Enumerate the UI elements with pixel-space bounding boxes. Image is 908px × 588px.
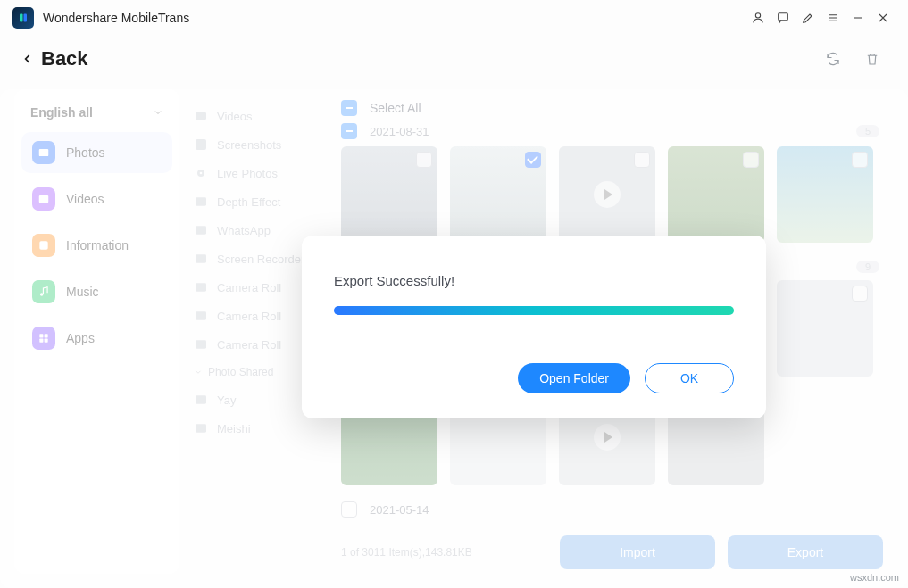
sidebar-item-label: Information: [66, 238, 129, 253]
svg-rect-17: [196, 226, 206, 234]
photo-thumbnail[interactable]: [777, 280, 873, 377]
sidebar-item-apps[interactable]: Apps: [21, 318, 172, 359]
section-date: 2021-05-14: [370, 503, 429, 517]
photo-thumbnail[interactable]: [450, 146, 546, 243]
svg-point-2: [755, 13, 760, 18]
open-folder-button[interactable]: Open Folder: [518, 363, 630, 393]
svg-rect-8: [39, 334, 43, 337]
sidebar-item-label: Videos: [66, 192, 104, 206]
svg-rect-20: [196, 311, 206, 319]
svg-rect-10: [39, 339, 43, 343]
close-icon[interactable]: [871, 5, 896, 30]
footer-bar: 1 of 3011 Item(s),143.81KB Import Export: [336, 531, 883, 574]
import-button[interactable]: Import: [560, 535, 715, 569]
sidebar-item-label: Music: [66, 285, 99, 299]
play-icon: [594, 181, 621, 208]
thumb-checkbox[interactable]: [852, 152, 868, 168]
export-success-dialog: Export Successfully! Open Folder OK: [302, 236, 766, 418]
section-checkbox[interactable]: [341, 501, 357, 518]
information-icon: [32, 234, 55, 257]
select-all-checkbox[interactable]: [341, 100, 357, 116]
sidebar-item-videos[interactable]: Videos: [21, 178, 172, 219]
photo-thumbnail[interactable]: [341, 146, 437, 243]
thumb-checkbox[interactable]: [743, 152, 759, 168]
chevron-down-icon: [153, 107, 163, 118]
select-all-label: Select All: [370, 101, 421, 115]
svg-rect-9: [45, 334, 48, 337]
svg-rect-3: [779, 13, 788, 21]
sidebar-item-label: Photos: [66, 145, 105, 160]
photo-thumbnail[interactable]: [777, 146, 873, 243]
app-logo: [12, 7, 34, 29]
photo-thumbnail[interactable]: [668, 146, 764, 243]
photos-icon: [32, 141, 55, 164]
dialog-title: Export Successfully!: [334, 273, 734, 288]
svg-rect-18: [196, 254, 206, 262]
thumb-checkbox[interactable]: [416, 152, 432, 168]
section-date: 2021-08-31: [370, 125, 429, 138]
apps-icon: [32, 327, 55, 350]
sidebar-item-music[interactable]: Music: [21, 271, 172, 312]
svg-rect-16: [196, 197, 206, 205]
app-title: Wondershare MobileTrans: [43, 11, 189, 25]
category-sidebar: English all Photos Videos Information Mu…: [14, 89, 179, 574]
play-icon: [594, 424, 621, 451]
thumb-checkbox[interactable]: [852, 286, 868, 302]
svg-rect-12: [196, 112, 206, 120]
music-icon: [32, 280, 55, 303]
account-icon[interactable]: [746, 5, 771, 30]
minimize-icon[interactable]: [846, 5, 871, 30]
svg-rect-6: [39, 241, 47, 249]
menu-icon[interactable]: [821, 5, 846, 30]
sidebar-item-photos[interactable]: Photos: [21, 132, 172, 173]
titlebar: Wondershare MobileTrans: [0, 0, 908, 36]
section-count: 9: [856, 261, 879, 273]
album-item[interactable]: Meishi: [188, 414, 327, 443]
watermark: wsxdn.com: [850, 572, 899, 583]
svg-rect-22: [196, 395, 206, 403]
svg-rect-19: [196, 283, 206, 291]
svg-rect-0: [20, 14, 23, 22]
feedback-icon[interactable]: [771, 5, 796, 30]
svg-rect-13: [196, 139, 206, 150]
back-bar: Back: [0, 36, 908, 89]
svg-rect-5: [39, 195, 49, 203]
album-item[interactable]: Screenshots: [188, 130, 327, 159]
thumbnail-row: [336, 146, 890, 243]
delete-icon[interactable]: [858, 45, 887, 73]
videos-icon: [32, 187, 55, 211]
svg-rect-23: [196, 424, 206, 432]
export-button[interactable]: Export: [728, 535, 883, 569]
progress-bar: [334, 306, 734, 315]
section-count: 5: [856, 125, 879, 137]
svg-point-15: [200, 172, 203, 175]
back-label: Back: [41, 47, 88, 70]
refresh-icon[interactable]: [819, 45, 847, 73]
section-checkbox[interactable]: [341, 123, 357, 139]
svg-rect-21: [196, 340, 206, 348]
status-text: 1 of 3011 Item(s),143.81KB: [341, 546, 472, 559]
svg-rect-11: [45, 339, 48, 343]
sidebar-item-label: Apps: [66, 331, 95, 345]
album-item[interactable]: Depth Effect: [188, 187, 327, 216]
sidebar-item-information[interactable]: Information: [21, 225, 172, 266]
back-button[interactable]: Back: [21, 47, 88, 70]
video-thumbnail[interactable]: [559, 146, 655, 243]
thumb-checkbox[interactable]: [525, 152, 541, 168]
thumb-checkbox[interactable]: [634, 152, 650, 168]
language-selector[interactable]: English all: [21, 100, 172, 132]
ok-button[interactable]: OK: [645, 363, 734, 393]
svg-rect-1: [24, 14, 28, 22]
edit-icon[interactable]: [796, 5, 821, 30]
language-label: English all: [30, 105, 93, 120]
album-item[interactable]: Live Photos: [188, 159, 327, 187]
svg-rect-4: [39, 149, 49, 156]
album-item[interactable]: Videos: [188, 102, 327, 130]
